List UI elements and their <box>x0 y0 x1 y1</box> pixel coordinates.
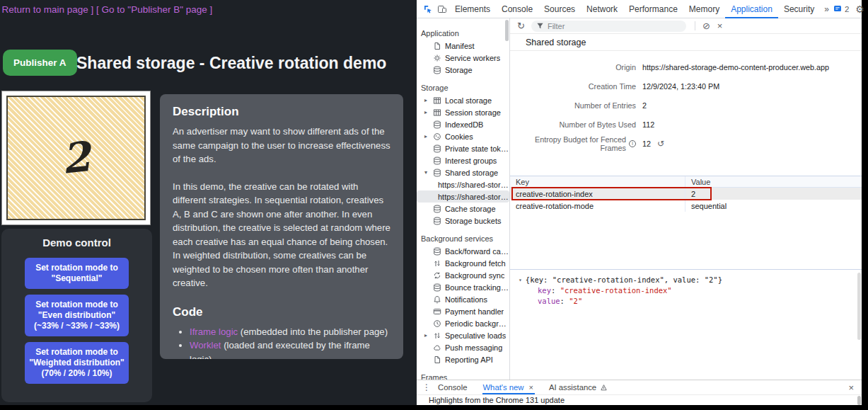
sidebar-item-reporting-api[interactable]: Reporting API <box>417 353 509 365</box>
preview-summary: {key: "creative-rotation-index", value: … <box>526 275 722 284</box>
issues-counter[interactable]: 2 <box>833 5 849 13</box>
sidebar-item-periodic-background-sync[interactable]: Periodic backgroun… <box>417 317 509 329</box>
block-icon[interactable]: ⊘ <box>702 21 710 31</box>
drawer-menu-icon[interactable]: ⋮ <box>422 382 431 392</box>
sidebar-item-bounce-tracking[interactable]: Bounce tracking miti… <box>417 281 509 293</box>
issues-count: 2 <box>845 5 849 13</box>
sidebar-item-indexeddb[interactable]: IndexedDB <box>417 118 509 130</box>
sidebar-item-private-state-tokens[interactable]: Private state tokens <box>417 142 509 154</box>
tab-performance[interactable]: Performance <box>623 0 683 18</box>
sidebar-item-shared-storage-origin-1[interactable]: https://shared-storage… <box>417 178 509 190</box>
sidebar-item-background-fetch[interactable]: Background fetch <box>417 257 509 269</box>
return-link[interactable]: [ Return to main page ] <box>0 4 93 15</box>
sidebar-item-service-workers[interactable]: Service workers <box>417 52 509 64</box>
sidebar-item-label: Bounce tracking miti… <box>445 283 509 292</box>
sidebar-item-notifications[interactable]: Notifications <box>417 293 509 305</box>
column-header-key[interactable]: Key <box>510 176 685 187</box>
sidebar-item-label: https://shared-storage… <box>438 193 509 201</box>
chevron-down-icon[interactable]: ▾ <box>424 169 427 176</box>
sidebar-item-session-storage[interactable]: ▸Session storage <box>417 106 509 118</box>
chevron-right-icon[interactable]: ▸ <box>424 97 427 103</box>
section-header-application: Application <box>417 28 509 40</box>
sidebar-item-storage-buckets[interactable]: Storage buckets <box>417 215 509 227</box>
sidebar-scrollbar[interactable] <box>505 20 509 41</box>
sidebar-item-payment-handler[interactable]: Payment handler <box>417 305 509 317</box>
sidebar-item-cookies[interactable]: ▸Cookies <box>417 130 509 142</box>
filter-funnel-icon <box>536 22 544 30</box>
tab-elements[interactable]: Elements <box>449 0 496 18</box>
publisher-b-link[interactable]: [ Go to "Publisher B" page ] <box>96 4 212 15</box>
sidebar-item-background-sync[interactable]: Background sync <box>417 269 509 281</box>
delete-all-icon[interactable]: × <box>717 21 723 31</box>
iframe-logic-link[interactable]: Iframe logic <box>190 326 238 337</box>
tab-network[interactable]: Network <box>581 0 623 18</box>
device-toolbar-icon[interactable] <box>435 3 449 16</box>
prop-name: key <box>538 286 551 295</box>
tab-memory[interactable]: Memory <box>683 0 725 18</box>
even-distribution-button[interactable]: Set rotation mode to "Even distribution"… <box>25 295 129 336</box>
worklet-link[interactable]: Worklet <box>190 340 221 351</box>
cell-value: sequential <box>685 200 862 212</box>
button-line: "Even distribution" <box>28 310 126 321</box>
drawer-tab-whats-new[interactable]: What's new× <box>482 380 534 394</box>
devtools-drawer: ⋮ Console What's new× AI assistance × Hi… <box>417 380 862 405</box>
description-para-2: In this demo, the creative can be rotate… <box>173 180 390 290</box>
cell-key: creative-rotation-mode <box>510 200 685 212</box>
reset-entropy-icon[interactable]: ↺ <box>657 139 664 149</box>
description-heading: Description <box>173 105 390 119</box>
filter-input[interactable] <box>548 22 668 30</box>
sidebar-item-local-storage[interactable]: ▸Local storage <box>417 94 509 106</box>
drawer-scrollbar[interactable] <box>857 396 861 405</box>
sidebar-item-back-forward-cache[interactable]: Back/forward cache <box>417 245 509 257</box>
close-drawer-icon[interactable]: × <box>848 382 854 393</box>
sidebar-item-shared-storage-origin-2[interactable]: https://shared-storage… <box>417 190 509 203</box>
chevron-right-icon[interactable]: ▸ <box>424 332 427 338</box>
chevron-right-icon[interactable]: ▸ <box>424 133 427 139</box>
sidebar-item-label: https://shared-storage… <box>438 181 509 189</box>
tab-security[interactable]: Security <box>778 0 820 18</box>
sidebar-item-storage[interactable]: Storage <box>417 64 509 76</box>
sidebar-item-push-messaging[interactable]: Push messaging <box>417 341 509 353</box>
more-tabs-icon[interactable]: » <box>820 4 833 14</box>
sidebar-item-label: IndexedDB <box>445 120 483 129</box>
up-down-arrows-icon <box>433 259 441 268</box>
weighted-distribution-button[interactable]: Set rotation mode to "Weighted distribut… <box>25 342 129 384</box>
table-grid-icon <box>433 108 441 117</box>
drawer-tab-console[interactable]: Console <box>438 380 467 394</box>
sidebar-item-cache-storage[interactable]: Cache storage <box>417 203 509 215</box>
code-heading: Code <box>173 305 390 319</box>
expand-triangle-icon[interactable]: ▾ <box>519 277 522 283</box>
database-icon <box>433 205 441 213</box>
sidebar-item-manifest[interactable]: Manifest <box>417 40 509 52</box>
sidebar-item-shared-storage[interactable]: ▾Shared storage <box>417 166 509 178</box>
demo-control-panel: Demo control Set rotation mode to "Seque… <box>1 229 152 402</box>
tab-console[interactable]: Console <box>496 0 538 18</box>
close-tab-icon[interactable]: × <box>529 383 533 392</box>
drawer-tab-ai-assistance[interactable]: AI assistance <box>549 380 608 394</box>
tab-sources[interactable]: Sources <box>538 0 581 18</box>
tab-application[interactable]: Application <box>725 0 778 18</box>
settings-gear-icon[interactable]: ⚙ <box>855 4 864 14</box>
sidebar-item-speculative-loads[interactable]: ▸Speculative loads <box>417 329 509 341</box>
refresh-icon[interactable]: ↻ <box>517 21 525 31</box>
sidebar-item-label: Notifications <box>445 295 487 304</box>
column-header-value[interactable]: Value <box>685 176 862 187</box>
chevron-right-icon[interactable]: ▸ <box>424 109 427 115</box>
inspect-element-icon[interactable] <box>421 3 435 16</box>
info-icon[interactable]: i <box>629 140 636 147</box>
sidebar-item-interest-groups[interactable]: Interest groups <box>417 154 509 166</box>
spark-icon <box>600 384 608 392</box>
table-row[interactable]: creative-rotation-mode sequential <box>510 200 862 212</box>
sidebar-item-label: Session storage <box>445 108 501 117</box>
sequential-mode-button[interactable]: Set rotation mode to "Sequential" <box>25 258 129 289</box>
metadata-view: Origin https://shared-storage-demo-conte… <box>510 51 862 176</box>
sidebar-item-label: Private state tokens <box>445 144 509 153</box>
whats-new-headline[interactable]: Highlights from the Chrome 131 update <box>429 396 565 404</box>
preview-scrollbar[interactable] <box>857 273 861 340</box>
sidebar-item-label: Storage buckets <box>445 217 502 225</box>
button-line: (~33% / ~33% / ~33%) <box>28 321 126 331</box>
sidebar-item-label: Reporting API <box>445 355 493 364</box>
meta-row-creation-time: Creation Time 12/9/2024, 1:23:40 PM <box>510 76 862 96</box>
table-row[interactable]: creative-rotation-index 2 <box>510 188 862 200</box>
meta-row-entropy: Entropy Budget for Fenced Framesi 12 ↺ <box>510 134 862 153</box>
